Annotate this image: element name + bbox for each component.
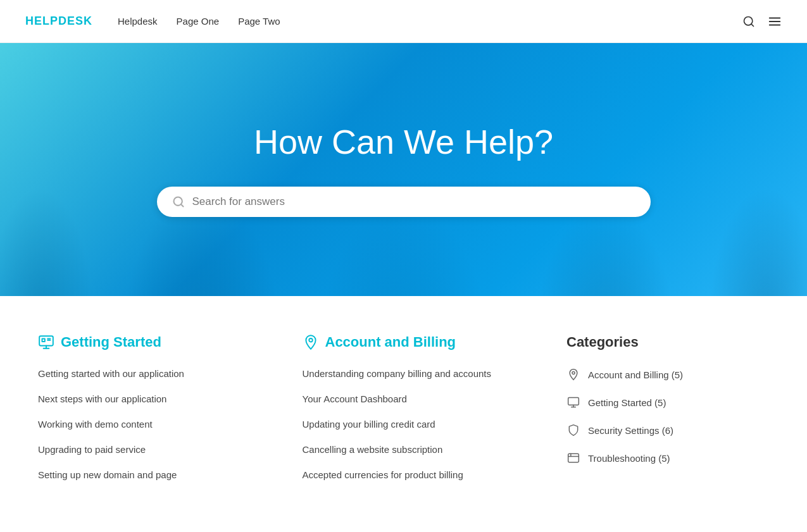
- svg-rect-18: [568, 454, 579, 462]
- gs-link-4[interactable]: Upgrading to paid service: [38, 444, 146, 455]
- site-logo[interactable]: HELPDESK: [25, 15, 92, 28]
- menu-button[interactable]: [768, 15, 782, 28]
- search-bar-icon: [172, 195, 185, 208]
- category-item-getting-started[interactable]: Getting Started (5): [566, 396, 769, 409]
- list-item: Understanding company billing and accoun…: [303, 368, 542, 380]
- svg-point-13: [309, 338, 312, 342]
- account-billing-section: Account and Billing Understanding compan…: [303, 334, 542, 481]
- list-item: Setting up new domain and page: [38, 469, 277, 481]
- nav-page-two[interactable]: Page Two: [238, 16, 280, 27]
- security-cat-icon: [566, 424, 580, 436]
- getting-started-links: Getting started with our application Nex…: [38, 368, 277, 481]
- list-item: Updating your billing credit card: [303, 419, 542, 430]
- hero-title: How Can We Help?: [254, 122, 553, 161]
- gs-link-2[interactable]: Next steps with our application: [38, 393, 166, 404]
- category-list: Account and Billing (5) Getting Started …: [566, 368, 769, 464]
- search-input-icon: [172, 195, 185, 208]
- account-billing-links: Understanding company billing and accoun…: [303, 368, 542, 481]
- nav-helpdesk[interactable]: Helpdesk: [118, 16, 158, 27]
- nav-links: Helpdesk Page One Page Two: [118, 16, 742, 27]
- ab-link-5[interactable]: Accepted currencies for product billing: [303, 469, 463, 480]
- hero-section: How Can We Help?: [0, 43, 807, 296]
- nav-actions: [742, 15, 782, 28]
- category-item-security[interactable]: Security Settings (6): [566, 424, 769, 436]
- ab-link-2[interactable]: Your Account Dashboard: [303, 393, 407, 404]
- navbar: HELPDESK Helpdesk Page One Page Two: [0, 0, 807, 43]
- svg-rect-10: [42, 339, 45, 342]
- categories-title: Categories: [566, 334, 769, 350]
- list-item: Next steps with our application: [38, 393, 277, 405]
- category-label: Getting Started (5): [588, 397, 666, 408]
- ab-link-4[interactable]: Cancelling a website subscription: [303, 444, 443, 455]
- account-billing-icon: [303, 334, 319, 350]
- gs-link-5[interactable]: Setting up new domain and page: [38, 469, 177, 480]
- gs-cat-icon: [566, 396, 580, 409]
- ab-link-1[interactable]: Understanding company billing and accoun…: [303, 368, 492, 379]
- billing-cat-icon: [566, 368, 580, 381]
- search-button[interactable]: [742, 15, 755, 28]
- svg-line-6: [180, 204, 183, 207]
- categories-sidebar: Categories Account and Billing (5) Gett: [566, 334, 769, 481]
- category-label: Troubleshooting (5): [588, 453, 670, 464]
- search-bar: [157, 187, 651, 217]
- category-item-billing[interactable]: Account and Billing (5): [566, 368, 769, 381]
- list-item: Your Account Dashboard: [303, 393, 542, 405]
- getting-started-icon: [38, 334, 54, 350]
- hero-people-overlay: [0, 43, 807, 296]
- getting-started-section: Getting Started Getting started with our…: [38, 334, 277, 481]
- gs-link-1[interactable]: Getting started with our application: [38, 368, 184, 379]
- search-input[interactable]: [192, 195, 635, 208]
- getting-started-title: Getting Started: [38, 334, 277, 350]
- account-billing-title: Account and Billing: [303, 334, 542, 350]
- category-label: Security Settings (6): [588, 425, 673, 436]
- svg-line-1: [751, 23, 754, 26]
- svg-point-14: [572, 371, 575, 374]
- category-label: Account and Billing (5): [588, 369, 683, 380]
- troubleshooting-cat-icon: [566, 452, 580, 464]
- gs-link-3[interactable]: Working with demo content: [38, 419, 153, 430]
- ab-link-3[interactable]: Updating your billing credit card: [303, 419, 435, 430]
- list-item: Accepted currencies for product billing: [303, 469, 542, 481]
- svg-rect-15: [568, 398, 579, 405]
- category-item-troubleshooting[interactable]: Troubleshooting (5): [566, 452, 769, 464]
- nav-page-one[interactable]: Page One: [177, 16, 220, 27]
- list-item: Getting started with our application: [38, 368, 277, 380]
- list-item: Working with demo content: [38, 419, 277, 430]
- list-item: Cancelling a website subscription: [303, 444, 542, 455]
- list-item: Upgrading to paid service: [38, 444, 277, 455]
- svg-rect-7: [39, 336, 53, 345]
- main-content: Getting Started Getting started with our…: [0, 296, 807, 531]
- hamburger-icon: [768, 15, 782, 28]
- search-icon: [742, 15, 755, 28]
